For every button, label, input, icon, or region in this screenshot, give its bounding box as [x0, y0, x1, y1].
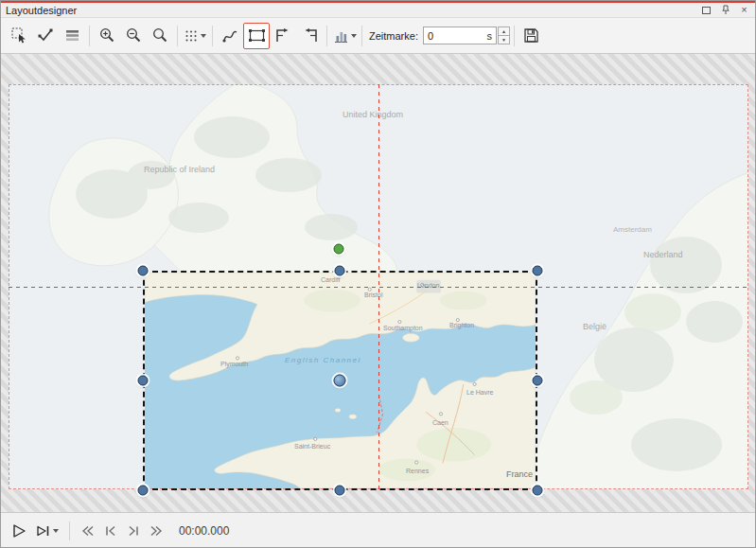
- map-label-southampton: Southampton: [383, 325, 423, 331]
- step-forward-icon: [126, 523, 141, 539]
- step-forward-button[interactable]: [124, 520, 143, 542]
- edit-points-tool-button[interactable]: [32, 23, 59, 49]
- map-label-brighton: Brighton: [449, 322, 474, 328]
- path-out-button[interactable]: [296, 23, 323, 49]
- playback-bar: 00:00.000: [1, 512, 755, 548]
- zeitmarke-field: s: [423, 27, 497, 44]
- grid-button[interactable]: [182, 23, 208, 49]
- play-options-caret[interactable]: [53, 529, 59, 533]
- timecode-display: 00:00.000: [179, 524, 229, 538]
- motion-path-button[interactable]: [217, 23, 243, 49]
- zoom-in-icon: [98, 27, 116, 44]
- fast-backward-button[interactable]: [79, 520, 97, 542]
- selection-handle-bottom-middle[interactable]: [335, 486, 345, 496]
- layout-canvas[interactable]: United Kingdom Republic of Ireland Amste…: [1, 54, 755, 512]
- zeitmarke-unit: s: [484, 30, 496, 42]
- pin-button[interactable]: [719, 4, 731, 16]
- zoom-in-button[interactable]: [94, 23, 120, 49]
- map-label-rennes: Rennes: [406, 468, 429, 474]
- step-backward-icon: [103, 523, 118, 539]
- camera-pan-tool-button[interactable]: [243, 23, 270, 49]
- map-label-le-havre: Le Havre: [466, 389, 493, 396]
- map-label-plymouth: Plymouth: [220, 361, 248, 367]
- zeitmarke-input[interactable]: [424, 30, 485, 42]
- zoom-out-icon: [125, 27, 143, 44]
- maximize-icon: [702, 7, 711, 14]
- titlebar: Layoutdesigner ×: [1, 3, 755, 18]
- zeitmarke-label: Zeitmarke:: [369, 30, 418, 42]
- toolbar-separator: [326, 26, 327, 46]
- layoutdesigner-window: Layoutdesigner ×: [0, 0, 756, 548]
- edit-points-icon: [37, 27, 55, 44]
- camera-frame-icon: [248, 27, 266, 44]
- selection-handle-middle-left[interactable]: [138, 376, 149, 386]
- selection-handle-top-left[interactable]: [138, 266, 149, 276]
- layers-tool-button[interactable]: [59, 23, 85, 49]
- zoom-out-button[interactable]: [120, 23, 147, 49]
- grid-icon: [184, 28, 199, 44]
- chart-icon: [332, 27, 349, 44]
- toolbar-separator: [361, 26, 362, 46]
- play-from-here-button[interactable]: [33, 520, 61, 542]
- zeitmarke-stepper: ▲ ▼: [498, 27, 510, 44]
- select-tool-button[interactable]: [6, 23, 32, 49]
- display-options-button[interactable]: [331, 23, 358, 49]
- fast-forward-icon: [149, 523, 164, 539]
- zoom-reset-icon: [151, 27, 169, 44]
- map-label-republic-of-ireland: Republic of Ireland: [144, 165, 215, 174]
- step-backward-button[interactable]: [101, 520, 120, 542]
- selection-handle-middle-right[interactable]: [533, 376, 543, 386]
- map-label-caen: Caen: [432, 419, 448, 426]
- select-tool-icon: [10, 27, 28, 44]
- toolbar-separator: [89, 26, 90, 46]
- map-label-saint-brieuc: Saint-Brieuc: [294, 443, 330, 450]
- accent-line: [1, 1, 755, 3]
- selection-handle-bottom-right[interactable]: [533, 486, 543, 496]
- selection-handle-top-right[interactable]: [533, 266, 543, 276]
- map-label-bristol: Bristol: [364, 292, 382, 298]
- stepper-down-button[interactable]: ▼: [498, 35, 510, 44]
- window-buttons: ×: [700, 4, 750, 16]
- maximize-button[interactable]: [700, 4, 712, 16]
- path-out-icon: [301, 27, 319, 44]
- toolbar-separator: [212, 26, 213, 46]
- save-button[interactable]: [519, 23, 545, 49]
- center-guide-vertical: [378, 84, 379, 489]
- map-label-nederland: Nederland: [643, 250, 683, 259]
- map-label-united-kingdom: United Kingdom: [343, 110, 403, 119]
- selection-handle-top-middle[interactable]: [335, 266, 345, 276]
- map-label-belgie: België: [583, 322, 607, 331]
- map-label-cardiff: Cardiff: [321, 276, 341, 283]
- map-label-amsterdam: Amsterdam: [613, 225, 652, 234]
- selection-center-handle[interactable]: [334, 375, 346, 387]
- path-in-icon: [274, 27, 292, 44]
- playbar-separator: [69, 521, 70, 540]
- map-label-english-channel: English Channel: [285, 356, 361, 364]
- display-options-caret: [351, 34, 357, 38]
- play-icon: [10, 522, 27, 539]
- window-title: Layoutdesigner: [6, 5, 77, 16]
- path-in-button[interactable]: [270, 23, 296, 49]
- play-from-here-icon: [35, 522, 51, 539]
- fast-forward-button[interactable]: [147, 520, 166, 542]
- close-icon: ×: [741, 4, 747, 16]
- zoom-reset-button[interactable]: [147, 23, 173, 49]
- play-button[interactable]: [9, 520, 29, 542]
- save-icon: [522, 27, 540, 44]
- toolbar-separator: [514, 26, 515, 46]
- toolbar: Zeitmarke: s ▲ ▼: [1, 18, 755, 54]
- grid-dropdown-caret: [201, 34, 206, 38]
- close-button[interactable]: ×: [738, 4, 750, 16]
- layers-icon: [63, 27, 81, 44]
- fast-backward-icon: [80, 523, 96, 539]
- selection-handle-bottom-left[interactable]: [138, 486, 149, 496]
- toolbar-separator: [177, 26, 178, 46]
- motion-path-icon: [221, 27, 239, 44]
- rotation-handle[interactable]: [334, 244, 344, 255]
- pin-icon: [721, 5, 730, 15]
- map-label-france: France: [506, 469, 533, 479]
